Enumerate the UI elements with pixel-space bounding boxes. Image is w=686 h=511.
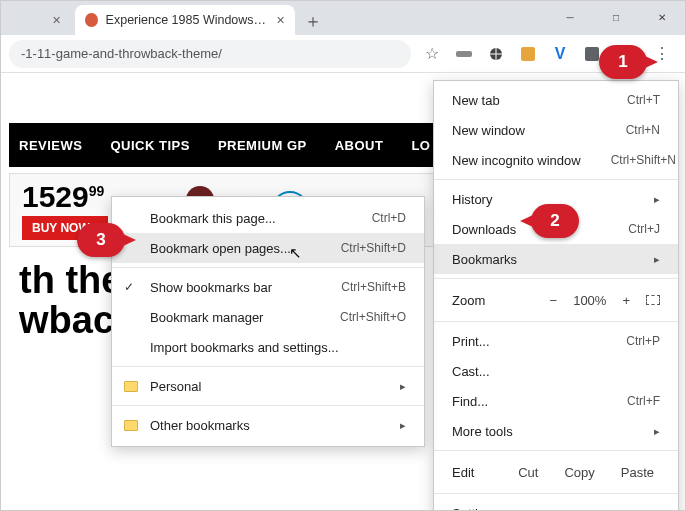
menu-separator [434,450,678,451]
browser-toolbar: -1-11-game-and-throwback-theme/ ☆ V ⋮ [1,35,685,73]
menu-edit-row: Edit Cut Copy Paste [434,455,678,489]
extension-icon[interactable] [455,45,473,63]
menu-folder-personal[interactable]: Personal▸ [112,371,424,401]
menu-zoom: Zoom − 100% + [434,283,678,317]
tab-inactive[interactable]: ✕ [11,5,71,35]
chevron-right-icon: ▸ [400,380,406,393]
menu-new-window[interactable]: New windowCtrl+N [434,115,678,145]
menu-separator [434,278,678,279]
nav-link[interactable]: PREMIUM GP [218,138,307,153]
cut-button[interactable]: Cut [512,465,544,480]
menu-bookmark-manager[interactable]: Bookmark managerCtrl+Shift+O [112,302,424,332]
menu-new-incognito[interactable]: New incognito windowCtrl+Shift+N [434,145,678,175]
folder-icon [124,381,138,392]
annotation-callout-2: 2 [531,204,579,238]
menu-import-bookmarks[interactable]: Import bookmarks and settings... [112,332,424,362]
url-text: -1-11-game-and-throwback-theme/ [21,46,222,61]
menu-new-tab[interactable]: New tabCtrl+T [434,85,678,115]
zoom-in-button[interactable]: + [622,293,630,308]
site-favicon [85,13,98,27]
menu-separator [112,405,424,406]
menu-separator [112,366,424,367]
menu-print[interactable]: Print...Ctrl+P [434,326,678,356]
zoom-out-button[interactable]: − [550,293,558,308]
menu-bookmark-open-pages[interactable]: Bookmark open pages...Ctrl+Shift+D [112,233,424,263]
chevron-right-icon: ▸ [654,253,660,266]
close-icon[interactable]: ✕ [52,14,61,27]
nav-link[interactable]: ABOUT [335,138,384,153]
menu-separator [434,179,678,180]
copy-button[interactable]: Copy [558,465,600,480]
menu-bookmark-this-page[interactable]: Bookmark this page...Ctrl+D [112,203,424,233]
extension-icon[interactable] [519,45,537,63]
tab-active[interactable]: Experience 1985 Windows with t ✕ [75,5,295,35]
window-close-button[interactable]: ✕ [639,1,685,33]
address-bar[interactable]: -1-11-game-and-throwback-theme/ [9,40,411,68]
window-minimize-button[interactable]: ─ [547,1,593,33]
svg-rect-2 [521,47,535,61]
svg-rect-0 [456,51,472,57]
nav-link[interactable]: QUICK TIPS [110,138,189,153]
extension-icon[interactable]: V [551,45,569,63]
menu-find[interactable]: Find...Ctrl+F [434,386,678,416]
bookmarks-submenu: Bookmark this page...Ctrl+D Bookmark ope… [111,196,425,447]
chevron-right-icon: ▸ [654,425,660,438]
annotation-callout-1: 1 [599,45,647,79]
menu-show-bookmarks-bar[interactable]: ✓Show bookmarks barCtrl+Shift+B [112,272,424,302]
nav-link[interactable]: LO [411,138,430,153]
menu-bookmarks[interactable]: Bookmarks▸ [434,244,678,274]
chevron-right-icon: ▸ [400,419,406,432]
zoom-value: 100% [573,293,606,308]
svg-rect-3 [585,47,599,61]
chevron-right-icon: ▸ [654,193,660,206]
folder-icon [124,420,138,431]
nav-link[interactable]: REVIEWS [19,138,82,153]
menu-more-tools[interactable]: More tools▸ [434,416,678,446]
tab-title: Experience 1985 Windows with t [106,13,268,27]
menu-separator [434,493,678,494]
paste-button[interactable]: Paste [615,465,660,480]
menu-separator [112,267,424,268]
menu-folder-other-bookmarks[interactable]: Other bookmarks▸ [112,410,424,440]
new-tab-button[interactable]: ＋ [299,7,327,35]
fullscreen-icon[interactable] [646,295,660,305]
menu-settings[interactable]: Settings [434,498,678,511]
extension-icon[interactable] [487,45,505,63]
star-icon[interactable]: ☆ [423,45,441,63]
menu-cast[interactable]: Cast... [434,356,678,386]
annotation-callout-3: 3 [77,223,125,257]
ad-price: 152999 [22,180,108,214]
close-icon[interactable]: ✕ [276,14,285,27]
chrome-main-menu: New tabCtrl+T New windowCtrl+N New incog… [433,80,679,511]
check-icon: ✓ [124,280,134,294]
menu-separator [434,321,678,322]
window-maximize-button[interactable]: □ [593,1,639,33]
